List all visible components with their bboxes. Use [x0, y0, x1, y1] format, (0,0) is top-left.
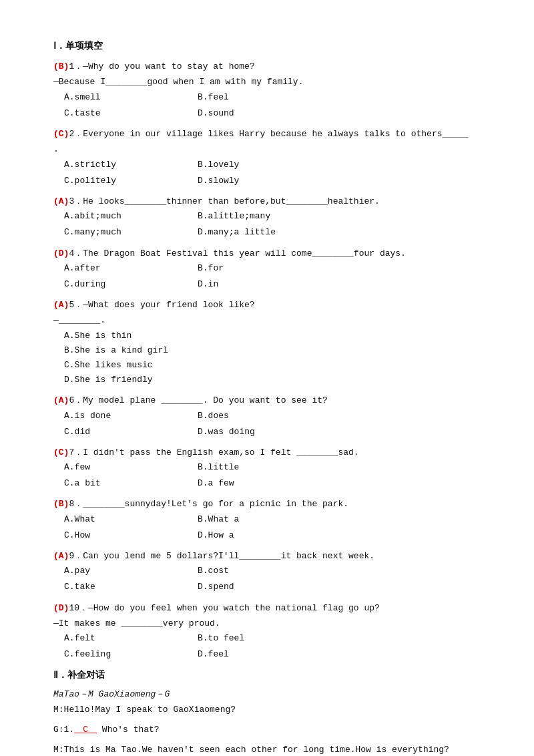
- answer-9: (A): [53, 551, 69, 561]
- option: A.What: [64, 512, 198, 527]
- option: C.She likes music: [64, 358, 481, 373]
- dialog-line-2: G:1.＿C＿ Who's that?: [53, 723, 481, 737]
- question-4: (D)4．The Dragon Boat Festival this year …: [53, 246, 481, 293]
- option: B.What a: [198, 512, 331, 527]
- section-1-title: Ⅰ．单项填空: [53, 40, 481, 52]
- option: A.few: [64, 460, 198, 475]
- option: A.felt: [64, 631, 198, 646]
- dialog-line-3: M:This is Ma Tao.We haven't seen each ot…: [53, 743, 481, 756]
- option: A.after: [64, 261, 198, 276]
- option: D.She is friendly: [64, 373, 481, 387]
- option: D.feel: [198, 647, 331, 662]
- answer-5: (A): [53, 300, 69, 310]
- option: D.in: [198, 277, 331, 292]
- section-1: Ⅰ．单项填空 (B)1．—Why do you want to stay at …: [53, 40, 481, 663]
- dialog-line-1: M:Hello!May I speak to GaoXiaomeng?: [53, 703, 481, 717]
- question-7: (C)7．I didn't pass the English exam,so I…: [53, 445, 481, 492]
- question-6: (A)6．My model plane ________. Do you wan…: [53, 393, 481, 439]
- speakers-label: MaTao－M GaoXiaomeng－G: [53, 688, 481, 700]
- answer-10: (D): [53, 603, 69, 613]
- option: B.lovely: [198, 158, 331, 172]
- option: C.feeling: [64, 647, 198, 662]
- question-3: (A)3．He looks________thinner than before…: [53, 194, 481, 240]
- option: C.taste: [64, 106, 198, 121]
- section-2: Ⅱ．补全对话 MaTao－M GaoXiaomeng－G M:Hello!May…: [53, 669, 481, 756]
- question-1: (B)1．—Why do you want to stay at home? —…: [53, 59, 481, 121]
- option: B.alittle;many: [198, 209, 331, 224]
- speaker-m: M:: [53, 745, 64, 755]
- option: D.a few: [198, 476, 331, 491]
- question-8: (B)8．________sunnyday!Let's go for a pic…: [53, 496, 481, 543]
- option: C.many;much: [64, 225, 198, 240]
- option: A.She is thin: [64, 329, 481, 343]
- option: D.How a: [198, 528, 331, 543]
- option: B.cost: [198, 564, 331, 578]
- answer-3: (A): [53, 196, 69, 206]
- option: C.during: [64, 277, 198, 292]
- section-2-title: Ⅱ．补全对话: [53, 669, 481, 681]
- option: D.spend: [198, 580, 331, 594]
- option: A.is done: [64, 409, 198, 423]
- option: A.smell: [64, 90, 198, 105]
- question-5: (A)5．—What does your friend look like? —…: [53, 297, 481, 387]
- option: A.strictly: [64, 158, 198, 172]
- option: A.pay: [64, 564, 198, 578]
- answer-6: (A): [53, 395, 69, 405]
- question-10: (D)10．—How do you feel when you watch th…: [53, 600, 481, 663]
- option: B.does: [198, 409, 331, 423]
- question-2: (C)2．Everyone in our village likes Harry…: [53, 126, 481, 188]
- option: C.How: [64, 528, 198, 543]
- answer-8: (B): [53, 499, 69, 509]
- option: D.was doing: [198, 425, 331, 439]
- option: C.did: [64, 425, 198, 439]
- speaker-g: G:1.: [53, 725, 74, 735]
- option: B.feel: [198, 90, 331, 105]
- option: B.for: [198, 261, 331, 276]
- option: B.She is a kind girl: [64, 343, 481, 358]
- option: C.politely: [64, 174, 198, 188]
- answer-2: (C): [53, 129, 69, 139]
- option: A.abit;much: [64, 209, 198, 224]
- option: D.many;a little: [198, 225, 331, 240]
- option: D.sound: [198, 106, 331, 121]
- option: B.little: [198, 460, 331, 475]
- option: B.to feel: [198, 631, 331, 646]
- answer-1: (B): [53, 61, 69, 71]
- option: D.slowly: [198, 174, 331, 188]
- speaker-m: M:: [53, 705, 64, 715]
- dialog-answer-1: ＿C＿: [74, 725, 97, 735]
- answer-7: (C): [53, 447, 69, 457]
- answer-4: (D): [53, 248, 69, 258]
- question-9: (A)9．Can you lend me 5 dollars?I'll_____…: [53, 548, 481, 595]
- option: C.take: [64, 580, 198, 594]
- option: C.a bit: [64, 476, 198, 491]
